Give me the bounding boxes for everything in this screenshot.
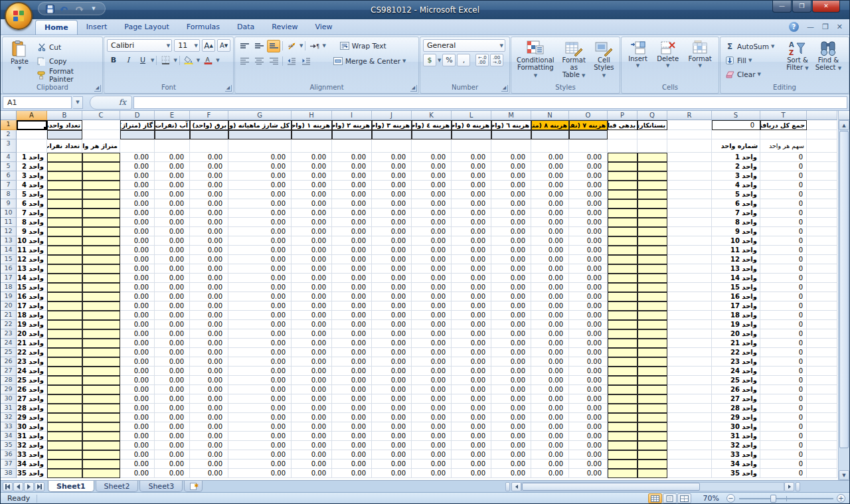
cell-L14[interactable]: 0.00 bbox=[452, 246, 491, 255]
cell-S38[interactable]: واحد 35 bbox=[712, 469, 760, 478]
cell-O26[interactable]: 0.00 bbox=[569, 357, 608, 367]
cell-S23[interactable]: واحد 20 bbox=[712, 329, 760, 339]
row-header-10[interactable]: 10 bbox=[1, 209, 17, 218]
cell-S18[interactable]: واحد 15 bbox=[712, 283, 760, 292]
cell-L30[interactable]: 0.00 bbox=[452, 394, 491, 404]
cell-R27[interactable] bbox=[667, 367, 712, 376]
cell-E34[interactable]: 0.00 bbox=[155, 432, 190, 441]
cell-P9[interactable] bbox=[608, 199, 638, 209]
cell-G15[interactable]: 0.00 bbox=[228, 255, 292, 264]
cell-X32[interactable] bbox=[807, 413, 837, 422]
format-dropdown-arrow[interactable]: ▼ bbox=[698, 62, 701, 70]
column-header-P[interactable]: P bbox=[608, 111, 638, 120]
cell-G4[interactable]: 0.00 bbox=[228, 153, 292, 162]
cell-B1[interactable]: تعداد واحدها bbox=[47, 120, 82, 130]
cell-S4[interactable]: واحد 1 bbox=[712, 153, 760, 162]
cell-C32[interactable] bbox=[82, 413, 120, 422]
row-header-35[interactable]: 35 bbox=[1, 441, 17, 450]
cell-Q2[interactable] bbox=[638, 130, 667, 139]
merge-center-dropdown-arrow[interactable]: ▼ bbox=[402, 58, 406, 64]
row-header-27[interactable]: 27 bbox=[1, 367, 17, 376]
cell-M6[interactable]: 0.00 bbox=[491, 171, 531, 181]
cell-Q35[interactable] bbox=[638, 441, 667, 450]
cell-X8[interactable] bbox=[807, 190, 837, 199]
cell-I35[interactable]: 0.00 bbox=[332, 441, 372, 450]
cell-M4[interactable]: 0.00 bbox=[491, 153, 531, 162]
cell-K25[interactable]: 0.00 bbox=[412, 348, 452, 357]
cell-O20[interactable]: 0.00 bbox=[569, 301, 608, 311]
insert-worksheet-tab[interactable] bbox=[184, 481, 203, 492]
row-header-25[interactable]: 25 bbox=[1, 348, 17, 357]
cell-S35[interactable]: واحد 32 bbox=[712, 441, 760, 450]
restore-button[interactable]: ❐ bbox=[792, 1, 811, 13]
cell-M16[interactable]: 0.00 bbox=[491, 264, 531, 274]
cell-L27[interactable]: 0.00 bbox=[452, 367, 491, 376]
cell-G13[interactable]: 0.00 bbox=[228, 236, 292, 246]
underline-dropdown-arrow[interactable]: ▼ bbox=[151, 58, 154, 63]
cell-R35[interactable] bbox=[667, 441, 712, 450]
cell-B36[interactable] bbox=[47, 450, 82, 460]
cell-X23[interactable] bbox=[807, 329, 837, 339]
cell-L38[interactable]: 0.00 bbox=[452, 469, 491, 478]
cell-X15[interactable] bbox=[807, 255, 837, 264]
column-header-H[interactable]: H bbox=[292, 111, 332, 120]
cell-F10[interactable]: 0.00 bbox=[190, 209, 228, 218]
cell-E32[interactable]: 0.00 bbox=[155, 413, 190, 422]
cell-M20[interactable]: 0.00 bbox=[491, 301, 531, 311]
cell-D14[interactable]: 0.00 bbox=[120, 246, 155, 255]
bottom-align-button[interactable] bbox=[267, 40, 280, 52]
cell-I32[interactable]: 0.00 bbox=[332, 413, 372, 422]
cell-F8[interactable]: 0.00 bbox=[190, 190, 228, 199]
cell-T11[interactable]: 0 bbox=[760, 218, 807, 227]
cell-J28[interactable]: 0.00 bbox=[372, 376, 412, 385]
cell-J7[interactable]: 0.00 bbox=[372, 181, 412, 190]
cell-R33[interactable] bbox=[667, 422, 712, 432]
cell-C10[interactable] bbox=[82, 209, 120, 218]
cell-B30[interactable] bbox=[47, 394, 82, 404]
cell-Q3[interactable] bbox=[638, 139, 667, 153]
cell-R26[interactable] bbox=[667, 357, 712, 367]
cell-B25[interactable] bbox=[47, 348, 82, 357]
cell-A22[interactable]: واحد 19 bbox=[17, 320, 47, 329]
cell-G27[interactable]: 0.00 bbox=[228, 367, 292, 376]
cell-F1[interactable]: برق (واحد) bbox=[190, 120, 228, 130]
close-button[interactable]: ✕ bbox=[812, 1, 840, 13]
cell-G10[interactable]: 0.00 bbox=[228, 209, 292, 218]
cell-A36[interactable]: واحد 33 bbox=[17, 450, 47, 460]
accounting-dropdown-arrow[interactable]: ▼ bbox=[438, 58, 441, 63]
cell-A1[interactable] bbox=[17, 120, 47, 130]
cell-A20[interactable]: واحد 17 bbox=[17, 301, 47, 311]
cell-A14[interactable]: واحد 11 bbox=[17, 246, 47, 255]
cell-P34[interactable] bbox=[608, 432, 638, 441]
cell-C26[interactable] bbox=[82, 357, 120, 367]
cell-I14[interactable]: 0.00 bbox=[332, 246, 372, 255]
cell-H2[interactable] bbox=[292, 130, 332, 139]
cell-M23[interactable]: 0.00 bbox=[491, 329, 531, 339]
cell-D6[interactable]: 0.00 bbox=[120, 171, 155, 181]
cell-M12[interactable]: 0.00 bbox=[491, 227, 531, 236]
alignment-dialog-launcher[interactable]: ◢ bbox=[410, 85, 417, 92]
cell-A30[interactable]: واحد 27 bbox=[17, 394, 47, 404]
cell-M14[interactable]: 0.00 bbox=[491, 246, 531, 255]
cell-E38[interactable]: 0.00 bbox=[155, 469, 190, 478]
cell-F9[interactable]: 0.00 bbox=[190, 199, 228, 209]
cell-D12[interactable]: 0.00 bbox=[120, 227, 155, 236]
cell-R32[interactable] bbox=[667, 413, 712, 422]
cell-Q34[interactable] bbox=[638, 432, 667, 441]
cell-E35[interactable]: 0.00 bbox=[155, 441, 190, 450]
cell-I1[interactable]: هزینه ۲ (واحد) bbox=[332, 120, 372, 130]
sheet-tab-sheet1[interactable]: Sheet1 bbox=[48, 481, 94, 492]
cell-R16[interactable] bbox=[667, 264, 712, 274]
cell-Q30[interactable] bbox=[638, 394, 667, 404]
cell-I9[interactable]: 0.00 bbox=[332, 199, 372, 209]
copy-button[interactable]: Copy bbox=[35, 54, 100, 68]
cell-Q22[interactable] bbox=[638, 320, 667, 329]
format-as-table-button[interactable]: Format as Table ▼ bbox=[558, 39, 590, 83]
cell-J25[interactable]: 0.00 bbox=[372, 348, 412, 357]
cell-L24[interactable]: 0.00 bbox=[452, 339, 491, 348]
cell-O15[interactable]: 0.00 bbox=[569, 255, 608, 264]
row-header-20[interactable]: 20 bbox=[1, 301, 17, 311]
cell-J15[interactable]: 0.00 bbox=[372, 255, 412, 264]
cell-L4[interactable]: 0.00 bbox=[452, 153, 491, 162]
cell-M11[interactable]: 0.00 bbox=[491, 218, 531, 227]
